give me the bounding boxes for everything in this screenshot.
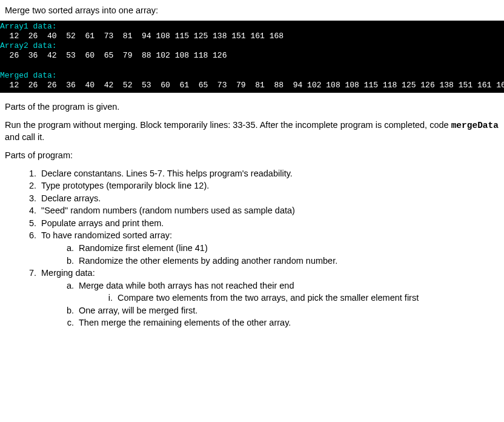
terminal-output: Array1 data: 12 26 40 52 61 73 81 94 108… [0,21,504,93]
steps-list: Declare constantans. Lines 5-7. This hel… [5,168,499,329]
step-7a-text: Merge data while both arrays has not rea… [79,281,294,290]
step-6a: Randomize first element (line 41) [76,243,499,255]
paragraph-3: Parts of program: [5,150,499,162]
intro-text: Merge two sorted arrays into one array: [5,5,499,17]
array1-values: 12 26 40 52 61 73 81 94 108 115 125 138 … [0,32,504,41]
step-7c: Then merge the remaining elements of the… [76,317,499,329]
merged-label: Merged data: [0,71,504,81]
paragraph-2: Run the program without merging. Block t… [5,119,499,144]
step-7a: Merge data while both arrays has not rea… [76,280,499,304]
paragraph-2b: and call it. [5,132,44,142]
step-7: Merging data: Merge data while both arra… [39,267,499,329]
step-6-text: To have randomized sorted array: [41,230,172,240]
array2-values: 26 36 42 53 60 65 79 88 102 108 118 126 [0,51,504,61]
step-3: Declare arrays. [39,193,499,205]
paragraph-2a: Run the program without merging. Block t… [5,120,451,130]
code-mergeData: mergeData [451,121,499,130]
merged-values: 12 26 26 36 40 42 52 53 60 61 65 73 79 8… [0,81,504,90]
step-7-sublist: Merge data while both arrays has not rea… [41,280,499,329]
array1-label: Array1 data: [0,22,504,32]
step-2: Type prototypes (temporarily block line … [39,180,499,192]
step-6b: Randomize the other elements by adding a… [76,255,499,267]
step-6: To have randomized sorted array: Randomi… [39,230,499,267]
step-7a-sublist: Compare two elements from the two arrays… [79,292,499,304]
step-1: Declare constantans. Lines 5-7. This hel… [39,168,499,180]
step-7b: One array, will be merged first. [76,305,499,317]
blank-line [0,61,504,71]
step-5: Populate arrays and print them. [39,218,499,230]
step-6-sublist: Randomize first element (line 41) Random… [41,243,499,267]
step-7-text: Merging data: [41,268,95,278]
paragraph-1: Parts of the program is given. [5,101,499,113]
array2-label: Array2 data: [0,41,504,51]
step-4: "Seed" random numbers (random numbers us… [39,205,499,217]
step-7ai: Compare two elements from the two arrays… [115,292,499,304]
